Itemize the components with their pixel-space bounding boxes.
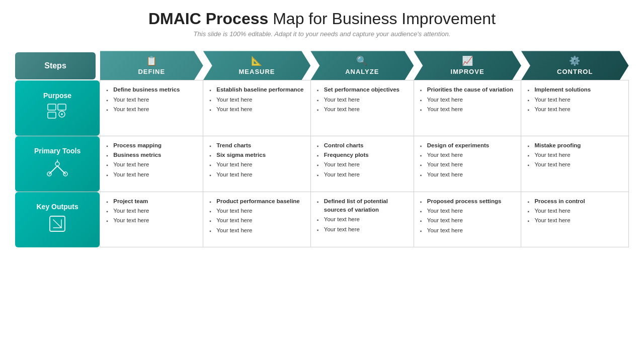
steps-header: Steps <box>15 52 96 79</box>
outputs-define-item-1: Project team <box>106 197 197 206</box>
outputs-measure-item-1: Product performance baseline <box>209 197 304 206</box>
header-row: Steps 📋 DEFINE 📐 MEASUR <box>15 51 629 80</box>
purpose-label-box: Purpose <box>15 80 100 136</box>
tools-control-list: Mistake proofing Your text here Your tex… <box>527 141 622 169</box>
outputs-measure-list: Product performance baseline Your text h… <box>209 197 304 235</box>
outputs-control-cell: Process in control Your text here Your t… <box>521 192 629 247</box>
tools-define-item-2: Business metrics <box>106 151 197 159</box>
outputs-improve-cell: Proposed process settings Your text here… <box>414 192 521 247</box>
purpose-define-item-2: Your text here <box>106 96 197 104</box>
outputs-analyze-item-3: Your text here <box>317 225 408 234</box>
tools-analyze-item-3: Your text here <box>317 160 408 169</box>
steps-header-cell: Steps <box>15 51 100 80</box>
define-icon: 📋 <box>146 55 157 66</box>
purpose-control-cell: Implement solutions Your text here Your … <box>521 80 629 136</box>
tools-improve-item-4: Your text here <box>420 170 515 179</box>
purpose-define-cell: Define business metrics Your text here Y… <box>100 80 203 136</box>
outputs-improve-item-1: Proposed process settings <box>420 197 515 206</box>
tools-analyze-item-2: Frequency plots <box>317 151 408 159</box>
outputs-title: Key Outputs <box>36 203 78 211</box>
outputs-improve-list: Proposed process settings Your text here… <box>420 197 515 235</box>
svg-rect-2 <box>58 104 66 110</box>
title-area: DMAIC Process Map for Business Improveme… <box>148 9 496 38</box>
purpose-analyze-list: Set performance objectives Your text her… <box>317 85 408 114</box>
tools-improve-item-2: Your text here <box>420 151 515 159</box>
dmaic-table: Steps 📋 DEFINE 📐 MEASUR <box>15 51 629 247</box>
title-rest: Map for Business Improvement <box>268 10 496 28</box>
tools-analyze-cell: Control charts Frequency plots Your text… <box>310 136 414 192</box>
purpose-measure-item-2: Your text here <box>209 96 304 104</box>
tools-analyze-list: Control charts Frequency plots Your text… <box>317 141 408 179</box>
improve-header-cell: 📈 IMPROVE <box>414 51 521 80</box>
measure-arrow: 📐 MEASURE <box>203 51 311 80</box>
tools-improve-cell: Design of experiments Your text here You… <box>414 136 521 192</box>
improve-arrow: 📈 IMPROVE <box>414 51 521 80</box>
svg-line-13 <box>53 220 61 228</box>
tools-control-item-2: Your text here <box>527 151 622 159</box>
tools-control-item-1: Mistake proofing <box>527 141 622 150</box>
tools-analyze-item-1: Control charts <box>317 141 408 150</box>
tools-analyze-item-4: Your text here <box>317 170 408 179</box>
purpose-improve-item-1: Priorities the cause of variation <box>420 85 515 94</box>
control-arrow: ⚙️ CONTROL <box>521 51 629 80</box>
purpose-improve-item-2: Your text here <box>420 96 515 104</box>
purpose-control-item-1: Implement solutions <box>527 85 622 94</box>
purpose-analyze-item-2: Your text here <box>317 96 408 104</box>
purpose-improve-item-3: Your text here <box>420 105 515 114</box>
outputs-improve-item-2: Your text here <box>420 207 515 215</box>
outputs-analyze-cell: Defined list of potential sources of var… <box>310 192 414 247</box>
purpose-row: Purpose <box>15 80 629 136</box>
tools-label-box: Primary Tools <box>15 136 100 192</box>
outputs-measure-item-2: Your text here <box>209 207 304 215</box>
purpose-analyze-item-1: Set performance objectives <box>317 85 408 94</box>
control-label: ⚙️ CONTROL <box>557 55 593 75</box>
outputs-icon <box>48 215 66 236</box>
purpose-define-item-3: Your text here <box>106 105 197 114</box>
purpose-measure-item-1: Establish baseline performance <box>209 85 304 94</box>
control-icon: ⚙️ <box>569 55 581 66</box>
tools-improve-list: Design of experiments Your text here You… <box>420 141 515 179</box>
primary-tools-row: Primary Tools <box>15 136 629 192</box>
improve-icon: 📈 <box>462 55 473 66</box>
control-text: CONTROL <box>557 68 593 75</box>
svg-point-10 <box>55 162 59 166</box>
outputs-measure-cell: Product performance baseline Your text h… <box>203 192 311 247</box>
tools-title: Primary Tools <box>34 147 80 155</box>
purpose-analyze-cell: Set performance objectives Your text her… <box>310 80 414 136</box>
improve-text: IMPROVE <box>451 68 485 75</box>
purpose-define-item-1: Define business metrics <box>106 85 197 94</box>
measure-text: MEASURE <box>239 68 275 75</box>
outputs-control-item-1: Process in control <box>527 197 622 206</box>
purpose-icon <box>47 104 67 124</box>
measure-icon: 📐 <box>251 55 263 66</box>
measure-header-cell: 📐 MEASURE <box>203 51 311 80</box>
outputs-analyze-item-2: Your text here <box>317 215 408 224</box>
purpose-define-list: Define business metrics Your text here Y… <box>106 85 197 114</box>
purpose-control-list: Implement solutions Your text here Your … <box>527 85 622 114</box>
tools-define-item-1: Process mapping <box>106 141 197 150</box>
purpose-improve-list: Priorities the cause of variation Your t… <box>420 85 515 114</box>
outputs-define-item-2: Your text here <box>106 207 197 215</box>
outputs-label-cell: Key Outputs <box>15 192 100 247</box>
tools-control-item-3: Your text here <box>527 160 622 169</box>
purpose-control-item-2: Your text here <box>527 96 622 104</box>
svg-rect-1 <box>48 112 56 118</box>
improve-label: 📈 IMPROVE <box>451 55 485 75</box>
outputs-analyze-item-1: Defined list of potential sources of var… <box>317 197 408 215</box>
outputs-control-item-3: Your text here <box>527 216 622 225</box>
main-title: DMAIC Process Map for Business Improveme… <box>148 9 496 28</box>
tools-measure-item-4: Your text here <box>209 170 304 179</box>
tools-improve-item-3: Your text here <box>420 160 515 169</box>
outputs-measure-item-3: Your text here <box>209 216 304 225</box>
subtitle: This slide is 100% editable. Adapt it to… <box>148 30 496 38</box>
purpose-control-item-3: Your text here <box>527 105 622 114</box>
outputs-improve-item-3: Your text here <box>420 216 515 225</box>
tools-label-cell: Primary Tools <box>15 136 100 192</box>
svg-rect-0 <box>48 104 56 110</box>
tools-icon <box>46 159 68 180</box>
analyze-header-cell: 🔍 ANALYZE <box>310 51 414 80</box>
tools-measure-list: Trend charts Six sigma metrics Your text… <box>209 141 304 179</box>
outputs-analyze-list: Defined list of potential sources of var… <box>317 197 408 234</box>
tools-measure-item-1: Trend charts <box>209 141 304 150</box>
outputs-measure-item-4: Your text here <box>209 226 304 235</box>
